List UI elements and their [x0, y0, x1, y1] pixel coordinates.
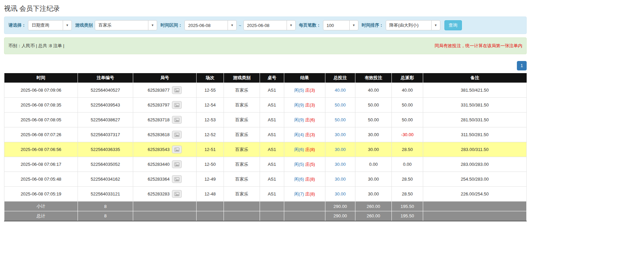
game-type-select[interactable]: 百家乐 ▼: [95, 20, 157, 30]
total-bet-link[interactable]: 40.00: [335, 88, 346, 93]
cell-total-bet: 30.00: [325, 127, 355, 142]
query-type-value: 日期查询: [28, 22, 63, 28]
footer-count: 8: [78, 202, 133, 211]
round-number-text: 625283718: [148, 117, 170, 122]
cell-payout: 28.50: [392, 172, 423, 187]
column-header: 时间: [4, 73, 78, 83]
result-player: 闲(5): [294, 88, 304, 93]
round-image-button[interactable]: [172, 146, 182, 153]
cell-total-bet: 30.00: [325, 172, 355, 187]
date-range-label: 时间区间：: [160, 22, 182, 28]
cell-result: 闲(5) 庄(3): [284, 83, 325, 98]
cell-time: 2025-06-08 07:09:06: [4, 83, 78, 98]
table-row: 2025-06-08 07:05:19522564033121625283283…: [4, 187, 527, 202]
page-1-button[interactable]: 1: [517, 61, 527, 70]
round-image-button[interactable]: [172, 131, 182, 139]
game-type-value: 百家乐: [95, 22, 148, 28]
footer-payout: 195.50: [392, 202, 423, 211]
round-image-button[interactable]: [172, 160, 182, 168]
footer-label: 总计: [4, 211, 78, 221]
cell-round-number: 625283440: [133, 157, 197, 172]
column-header: 有效投注: [355, 73, 392, 83]
result-player: 闲(6): [294, 177, 304, 182]
date-to-picker[interactable]: 2025-06-08 ▼: [243, 20, 296, 30]
column-header: 结果: [284, 73, 325, 83]
cell-session: 12-49: [197, 172, 224, 187]
cell-table-number: AS1: [260, 157, 284, 172]
column-header: 总投注: [325, 73, 355, 83]
cell-note: 283.00/311.50: [423, 142, 527, 157]
cell-game-type: 百家乐: [224, 113, 260, 127]
cell-game-type: 百家乐: [224, 83, 260, 98]
cell-session: 12-54: [197, 98, 224, 113]
filter-bar: 请选择： 日期查询 ▼ 游戏类别 百家乐 ▼ 时间区间： 2025-06-08 …: [4, 17, 527, 34]
cell-result: 闲(9) 庄(3): [284, 98, 325, 113]
cell-bet-number: 522564035052: [78, 157, 133, 172]
image-icon: [174, 177, 179, 181]
page-size-select[interactable]: 100 ▼: [323, 20, 358, 30]
cell-payout: 50.00: [392, 113, 423, 127]
cell-payout: -30.00: [392, 127, 423, 142]
date-to-value: 2025-06-08: [244, 23, 287, 28]
cell-total-bet: 50.00: [325, 98, 355, 113]
footer-total-bet: 290.00: [325, 211, 355, 221]
total-bet-link[interactable]: 30.00: [335, 162, 346, 167]
cell-table-number: AS1: [260, 142, 284, 157]
result-player: 闲(9): [294, 102, 304, 108]
page-size-label: 每页笔数：: [299, 22, 321, 28]
footer-payout: 195.50: [392, 211, 423, 221]
cell-result: 闲(6) 庄(8): [284, 142, 325, 157]
cell-valid-bet: 0.00: [355, 157, 392, 172]
round-image-button[interactable]: [172, 175, 182, 183]
footer-valid-bet: 260.00: [355, 202, 392, 211]
time-sort-label: 时间排序：: [362, 22, 384, 28]
cell-payout: 0.00: [392, 157, 423, 172]
cell-result: 闲(5) 庄(5): [284, 157, 325, 172]
currency-summary-text: 币别：人民币 | 总共 :8 注单 |: [8, 43, 64, 49]
chevron-down-icon: ▼: [228, 21, 236, 30]
cell-payout: 28.50: [392, 142, 423, 157]
total-bet-link[interactable]: 30.00: [335, 147, 346, 152]
cell-time: 2025-06-08 07:06:17: [4, 157, 78, 172]
cell-result: 闲(6) 庄(8): [284, 172, 325, 187]
column-header: 局号: [133, 73, 197, 83]
total-bet-link[interactable]: 30.00: [335, 191, 346, 196]
column-header: 注单编号: [78, 73, 133, 83]
image-icon: [174, 118, 179, 122]
cell-note: 283.00/283.00: [423, 157, 527, 172]
round-image-button[interactable]: [172, 116, 182, 124]
total-bet-link[interactable]: 30.00: [335, 132, 346, 137]
round-image-button[interactable]: [172, 190, 182, 198]
cell-game-type: 百家乐: [224, 142, 260, 157]
cell-valid-bet: 40.00: [355, 83, 392, 98]
round-image-button[interactable]: [172, 101, 182, 109]
query-button[interactable]: 查询: [444, 20, 462, 30]
cell-time: 2025-06-08 07:08:35: [4, 98, 78, 113]
time-sort-select[interactable]: 降幂(由大到小) ▼: [386, 20, 440, 30]
total-bet-link[interactable]: 50.00: [335, 117, 346, 122]
result-banker: 庄(3): [305, 132, 315, 137]
total-bet-link[interactable]: 50.00: [335, 102, 346, 108]
round-number-text: 625283283: [148, 191, 170, 196]
cell-valid-bet: 50.00: [355, 98, 392, 113]
total-bet-link[interactable]: 30.00: [335, 177, 346, 182]
query-type-select[interactable]: 日期查询 ▼: [28, 20, 72, 30]
date-from-picker[interactable]: 2025-06-08 ▼: [184, 20, 237, 30]
result-banker: 庄(8): [305, 191, 315, 196]
cell-total-bet: 30.00: [325, 187, 355, 202]
cell-time: 2025-06-08 07:07:26: [4, 127, 78, 142]
cell-round-number: 625283877: [133, 83, 197, 98]
subtotal-row: 小计8290.00260.00195.50: [4, 202, 527, 211]
cell-result: 闲(7) 庄(8): [284, 187, 325, 202]
footer-label: 小计: [4, 202, 78, 211]
table-row: 2025-06-08 07:07:26522564037317625283618…: [4, 127, 527, 142]
cell-total-bet: 30.00: [325, 157, 355, 172]
cell-time: 2025-06-08 07:06:56: [4, 142, 78, 157]
page-title: 视讯 会员下注纪录: [4, 4, 527, 13]
cell-game-type: 百家乐: [224, 172, 260, 187]
round-image-button[interactable]: [172, 86, 182, 94]
cell-result: 闲(9) 庄(6): [284, 113, 325, 127]
cell-note: 381.50/421.50: [423, 83, 527, 98]
cell-total-bet: 40.00: [325, 83, 355, 98]
result-banker: 庄(8): [305, 177, 315, 182]
